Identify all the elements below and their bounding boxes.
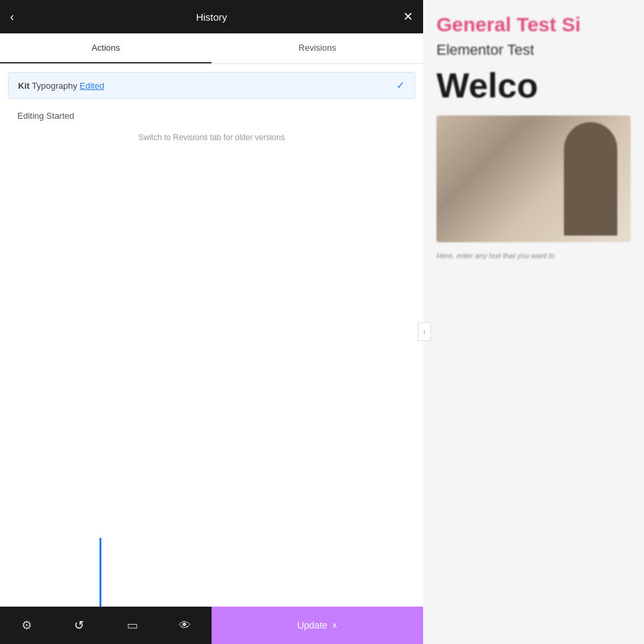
update-button[interactable]: Update ∧ (212, 607, 423, 644)
preview-body-text: Here, enter any text that you want to (436, 250, 631, 262)
right-panel: General Test Si Elementor Test Welco Her… (423, 0, 644, 644)
back-icon: ‹ (10, 10, 14, 23)
history-item-text: Kit Typography Edited (18, 81, 104, 91)
tabs-bar: Actions Revisions (0, 33, 423, 64)
preview-content: General Test Si Elementor Test Welco Her… (423, 0, 644, 275)
switch-hint: Switch to Revisions tab for older versio… (8, 133, 415, 142)
tab-actions-label: Actions (91, 43, 120, 53)
responsive-icon: ▭ (127, 618, 138, 633)
kit-label: Kit (18, 81, 29, 91)
collapse-sidebar-button[interactable]: ‹ (418, 322, 431, 341)
history-item-kit-typography[interactable]: Kit Typography Edited ✓ (8, 72, 415, 99)
history-button[interactable]: ↺ (53, 607, 105, 644)
check-icon: ✓ (396, 79, 405, 91)
preview-title-pink: General Test Si (436, 13, 631, 36)
preview-heading: Welco (436, 65, 631, 105)
editing-started-label: Editing Started (17, 111, 74, 121)
back-button[interactable]: ‹ (10, 10, 14, 24)
left-panel: ‹ History ✕ Actions Revisions Kit Typogr… (0, 0, 423, 644)
arrow-line (99, 538, 101, 607)
history-header: ‹ History ✕ (0, 0, 423, 33)
collapse-icon: ‹ (423, 328, 426, 336)
responsive-button[interactable]: ▭ (106, 607, 159, 644)
history-icon: ↺ (74, 618, 84, 633)
preview-button[interactable]: 👁 (159, 607, 212, 644)
edited-link[interactable]: Edited (79, 81, 104, 91)
settings-button[interactable]: ⚙ (0, 607, 53, 644)
arrow-indicator (93, 538, 107, 607)
history-title: History (196, 11, 228, 23)
content-area: Kit Typography Edited ✓ Editing Started … (0, 64, 423, 607)
preview-image (436, 115, 631, 242)
typography-text: Typography (32, 81, 80, 91)
update-label: Update (297, 620, 327, 631)
preview-title-dark: Elementor Test (436, 41, 631, 59)
close-button[interactable]: ✕ (403, 9, 413, 24)
toolbar-icons: ⚙ ↺ ▭ 👁 (0, 607, 212, 644)
chevron-up-icon: ∧ (332, 621, 338, 630)
settings-icon: ⚙ (21, 618, 32, 633)
bottom-toolbar: ⚙ ↺ ▭ 👁 Update ∧ (0, 607, 423, 644)
close-icon: ✕ (403, 10, 413, 23)
tab-revisions-label: Revisions (298, 43, 336, 53)
history-item-editing-started[interactable]: Editing Started (8, 104, 415, 127)
preview-icon: 👁 (179, 619, 191, 633)
preview-image-person (564, 122, 617, 236)
tab-revisions[interactable]: Revisions (212, 33, 423, 63)
tab-actions[interactable]: Actions (0, 33, 212, 63)
